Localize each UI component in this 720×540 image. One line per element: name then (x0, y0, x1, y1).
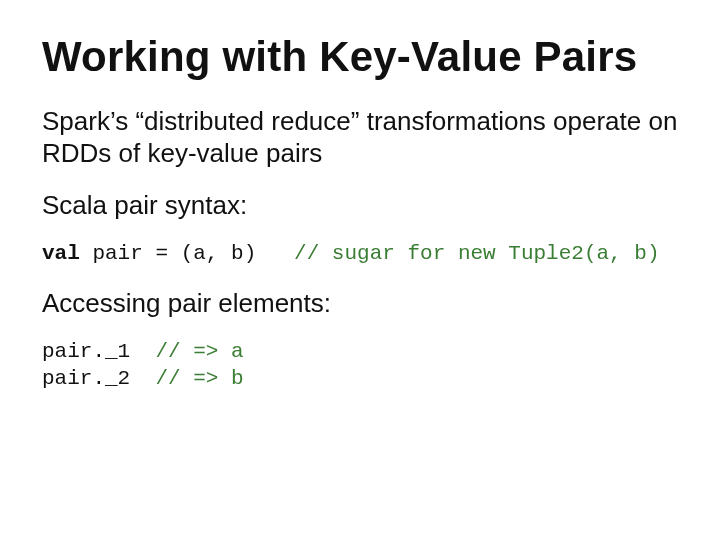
code-pair-access: pair._1 // => a pair._2 // => b (42, 339, 678, 392)
slide: Working with Key-Value Pairs Spark’s “di… (0, 0, 720, 540)
code-access-2: pair._2 (42, 367, 155, 390)
code-pair-expr: pair = (a, b) (80, 242, 294, 265)
syntax-heading: Scala pair syntax: (42, 190, 678, 222)
intro-paragraph: Spark’s “distributed reduce” transformat… (42, 106, 678, 169)
slide-title: Working with Key-Value Pairs (42, 34, 678, 80)
code-access-1: pair._1 (42, 340, 155, 363)
accessing-heading: Accessing pair elements: (42, 288, 678, 320)
keyword-val: val (42, 242, 80, 265)
code-comment-b: // => b (155, 367, 243, 390)
code-comment-tuple2: // sugar for new Tuple2(a, b) (294, 242, 659, 265)
code-pair-definition: val pair = (a, b) // sugar for new Tuple… (42, 241, 678, 267)
code-comment-a: // => a (155, 340, 243, 363)
